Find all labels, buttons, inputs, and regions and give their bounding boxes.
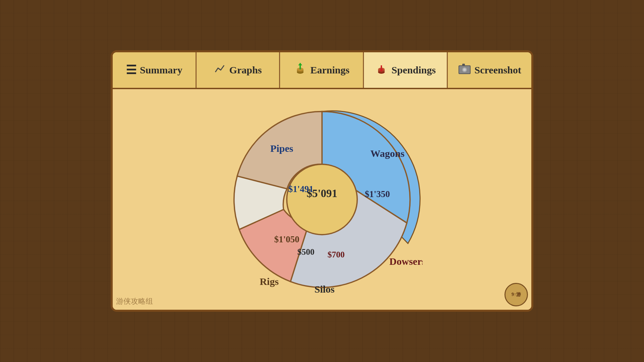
tab-bar: ☰ Summary Graphs Earnings — [113, 52, 531, 89]
pipes-value-label: $1'491 — [288, 184, 313, 194]
tab-summary[interactable]: ☰ Summary — [113, 52, 197, 88]
tab-screenshot[interactable]: Screenshot — [448, 52, 531, 88]
rigs-category-label: Rigs — [260, 276, 279, 287]
dowsers-value-label: $700 — [328, 250, 345, 259]
content-area: $5'091 Pipes $1'491 Wagons $1'350 Dowser… — [113, 89, 531, 310]
summary-icon: ☰ — [126, 63, 137, 77]
earnings-icon — [293, 62, 307, 78]
tab-earnings[interactable]: Earnings — [280, 52, 364, 88]
wagons-category-label: Wagons — [370, 148, 405, 159]
watermark-text: 游侠攻略组 — [116, 296, 153, 306]
pie-center-circle — [287, 164, 357, 235]
rigs-value-label: $1'050 — [274, 234, 299, 244]
logo-badge: 9↑游 — [504, 283, 528, 306]
screenshot-label: Screenshot — [475, 64, 521, 76]
pipes-category-label: Pipes — [270, 143, 293, 154]
silos-value-label: $500 — [298, 247, 315, 257]
dowsers-category-label: Dowsers — [389, 256, 423, 267]
graphs-label: Graphs — [229, 64, 262, 76]
logo-text: 9↑游 — [512, 292, 521, 298]
silos-category-label: Silos — [314, 284, 334, 295]
main-panel: ☰ Summary Graphs Earnings — [111, 50, 533, 312]
pie-chart-svg: $5'091 Pipes $1'491 Wagons $1'350 Dowser… — [221, 99, 423, 300]
tab-graphs[interactable]: Graphs — [197, 52, 280, 88]
svg-rect-12 — [462, 64, 465, 66]
spendings-label: Spendings — [391, 64, 436, 76]
wagons-value-label: $1'350 — [365, 189, 390, 199]
summary-label: Summary — [140, 64, 182, 76]
screenshot-icon — [458, 63, 471, 78]
svg-point-11 — [463, 68, 466, 71]
pie-chart-container: $5'091 Pipes $1'491 Wagons $1'350 Dowser… — [221, 99, 423, 300]
graphs-icon — [214, 63, 226, 78]
tab-spendings[interactable]: Spendings — [364, 52, 448, 88]
earnings-label: Earnings — [310, 64, 350, 76]
spendings-icon — [375, 62, 388, 78]
